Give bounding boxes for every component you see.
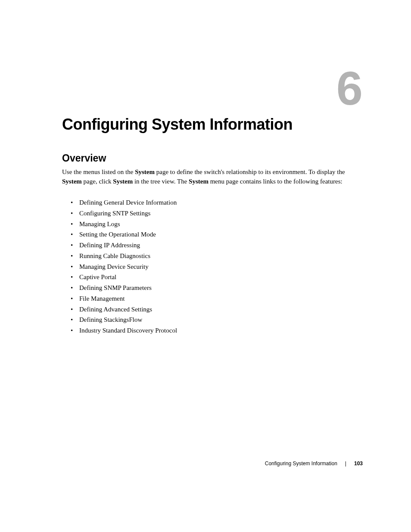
list-item: Defining SNMP Parameters — [71, 283, 177, 293]
list-item: File Management — [71, 293, 177, 304]
list-item: Defining General Device Information — [71, 197, 177, 208]
intro-text-6: in the tree view. The — [133, 178, 189, 185]
footer-divider: | — [345, 460, 346, 467]
list-item: Industry Standard Discovery Protocol — [71, 325, 177, 336]
footer-title: Configuring System Information — [265, 460, 337, 467]
list-item: Captive Portal — [71, 272, 177, 283]
list-item: Defining StackingsFlow — [71, 314, 177, 325]
intro-bold-1: System — [135, 168, 155, 175]
list-item: Managing Device Security — [71, 261, 177, 272]
list-item: Running Cable Diagnostics — [71, 251, 177, 261]
intro-bold-7: System — [189, 178, 209, 185]
intro-text-0: Use the menus listed on the — [62, 168, 135, 175]
intro-paragraph: Use the menus listed on the System page … — [62, 168, 362, 187]
intro-bold-5: System — [113, 178, 133, 185]
list-item: Defining IP Addressing — [71, 240, 177, 251]
page-footer: Configuring System Information | 103 — [265, 460, 363, 467]
list-item: Managing Logs — [71, 219, 177, 230]
list-item: Setting the Operational Mode — [71, 229, 177, 240]
intro-bold-3: System — [62, 178, 82, 185]
chapter-number: 6 — [336, 65, 363, 112]
intro-text-2: page to define the switch's relationship… — [155, 168, 345, 175]
list-item: Configuring SNTP Settings — [71, 208, 177, 219]
intro-text-8: menu page contains links to the followin… — [209, 178, 342, 185]
intro-text-4: page, click — [82, 178, 113, 185]
feature-list: Defining General Device Information Conf… — [71, 197, 177, 336]
page-number: 103 — [354, 460, 363, 467]
section-heading: Overview — [62, 152, 106, 164]
chapter-title: Configuring System Information — [62, 115, 293, 134]
list-item: Defining Advanced Settings — [71, 304, 177, 315]
